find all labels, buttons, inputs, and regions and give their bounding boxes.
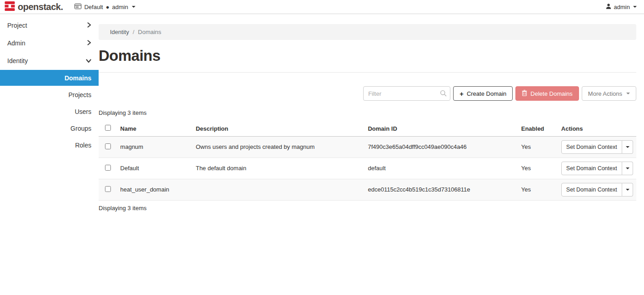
column-header-name[interactable]: Name <box>120 121 196 136</box>
brand[interactable]: openstack. <box>5 1 63 13</box>
set-domain-context-button[interactable]: Set Domain Context <box>561 140 622 154</box>
breadcrumb-identity[interactable]: Identity <box>110 29 129 35</box>
chevron-right-icon <box>87 39 91 47</box>
set-domain-context-button[interactable]: Set Domain Context <box>561 162 622 175</box>
sidebar-item-label: Admin <box>7 39 25 47</box>
sidebar-item-groups[interactable]: Groups <box>0 120 99 137</box>
more-actions-label: More Actions <box>588 90 622 97</box>
items-count-bottom: Displaying 3 items <box>99 205 636 211</box>
cell-enabled: Yes <box>521 157 561 179</box>
row-actions-dropdown-toggle[interactable] <box>622 140 633 154</box>
cell-domain-id: edce0115c2cc4b519c1c35d73106811e <box>368 179 521 200</box>
chevron-down-icon <box>626 189 629 191</box>
table-row: magnum Owns users and projects created b… <box>99 136 636 157</box>
delete-domains-button[interactable]: Delete Domains <box>515 86 579 101</box>
sidebar-item-project[interactable]: Project <box>0 16 99 34</box>
column-header-domain-id[interactable]: Domain ID <box>368 121 521 136</box>
breadcrumb-separator: / <box>133 29 135 35</box>
cell-description: Owns users and projects created by magnu… <box>196 136 368 157</box>
row-actions-dropdown-toggle[interactable] <box>622 183 633 197</box>
main-content: Identity / Domains Domains + Create Doma… <box>99 14 644 295</box>
user-name: admin <box>614 4 630 10</box>
cell-description <box>196 179 368 200</box>
table-row: heat_user_domain edce0115c2cc4b519c1c35d… <box>99 179 636 200</box>
filter-box <box>363 86 450 101</box>
cell-name: Default <box>120 157 196 179</box>
create-domain-label: Create Domain <box>467 90 506 97</box>
sidebar: Project Admin Identity Domains Projects … <box>0 14 99 295</box>
row-actions-dropdown-toggle[interactable] <box>622 162 633 175</box>
sidebar-item-label: Roles <box>75 142 91 149</box>
table-header-row: Name Description Domain ID Enabled Actio… <box>99 121 636 136</box>
cell-description: The default domain <box>196 157 368 179</box>
chevron-down-icon <box>633 6 637 8</box>
cell-name: heat_user_domain <box>120 179 196 200</box>
chevron-down-icon <box>132 6 135 8</box>
row-checkbox[interactable] <box>105 165 111 171</box>
row-checkbox[interactable] <box>105 143 111 149</box>
sidebar-item-projects[interactable]: Projects <box>0 86 99 103</box>
sidebar-item-label: Users <box>75 108 91 115</box>
sidebar-item-label: Identity <box>7 57 28 64</box>
sidebar-item-label: Domains <box>65 74 91 82</box>
context-domain: Default <box>84 4 103 10</box>
cell-domain-id: 7f490c3e65a04dff9cc049ae090c4a46 <box>368 136 521 157</box>
row-action-split-button: Set Domain Context <box>561 162 633 175</box>
context-project: admin <box>112 4 128 10</box>
column-header-actions: Actions <box>561 121 636 136</box>
chevron-right-icon <box>87 22 91 29</box>
chevron-down-icon <box>86 57 91 64</box>
delete-domains-label: Delete Domains <box>530 90 573 97</box>
trash-icon <box>522 90 527 98</box>
domains-table: Name Description Domain ID Enabled Actio… <box>99 121 636 201</box>
more-actions-button[interactable]: More Actions <box>582 86 636 101</box>
sidebar-item-users[interactable]: Users <box>0 103 99 120</box>
sidebar-item-label: Groups <box>70 125 91 132</box>
title-divider <box>99 72 636 73</box>
table-toolbar: + Create Domain Delete Domains More Acti… <box>99 86 636 101</box>
user-menu[interactable]: admin <box>605 3 637 11</box>
user-icon <box>605 3 612 11</box>
table-row: Default The default domain default Yes S… <box>99 157 636 179</box>
row-action-split-button: Set Domain Context <box>561 140 633 154</box>
sidebar-item-domains[interactable]: Domains <box>0 70 99 86</box>
chevron-down-icon <box>626 146 629 148</box>
brand-wordmark: openstack. <box>18 2 63 12</box>
sidebar-item-identity[interactable]: Identity <box>0 52 99 69</box>
create-domain-button[interactable]: + Create Domain <box>453 86 513 101</box>
cell-name: magnum <box>120 136 196 157</box>
chevron-down-icon <box>626 93 630 94</box>
cell-enabled: Yes <box>521 136 561 157</box>
page-title: Domains <box>99 47 636 64</box>
column-header-description[interactable]: Description <box>196 121 368 136</box>
context-switcher[interactable]: Default ● admin <box>75 4 135 10</box>
filter-input[interactable] <box>363 86 450 101</box>
plus-icon: + <box>459 90 464 98</box>
openstack-logo-icon <box>5 1 15 13</box>
sidebar-item-roles[interactable]: Roles <box>0 137 99 153</box>
row-action-split-button: Set Domain Context <box>561 183 633 197</box>
chevron-down-icon <box>626 167 629 169</box>
cell-domain-id: default <box>368 157 521 179</box>
set-domain-context-button[interactable]: Set Domain Context <box>561 183 622 197</box>
search-icon <box>440 90 447 98</box>
sidebar-item-admin[interactable]: Admin <box>0 34 99 52</box>
select-all-checkbox[interactable] <box>105 125 111 131</box>
column-header-enabled[interactable]: Enabled <box>521 121 561 136</box>
breadcrumb-current: Domains <box>138 29 161 35</box>
context-bullet: ● <box>106 4 110 10</box>
breadcrumb: Identity / Domains <box>99 24 636 40</box>
domain-panel-icon <box>75 4 81 10</box>
items-count-top: Displaying 3 items <box>99 109 636 116</box>
sidebar-item-label: Project <box>7 22 27 29</box>
cell-enabled: Yes <box>521 179 561 200</box>
row-checkbox[interactable] <box>105 186 111 192</box>
topbar: openstack. Default ● admin admin <box>0 0 644 14</box>
sidebar-item-label: Projects <box>68 91 91 98</box>
